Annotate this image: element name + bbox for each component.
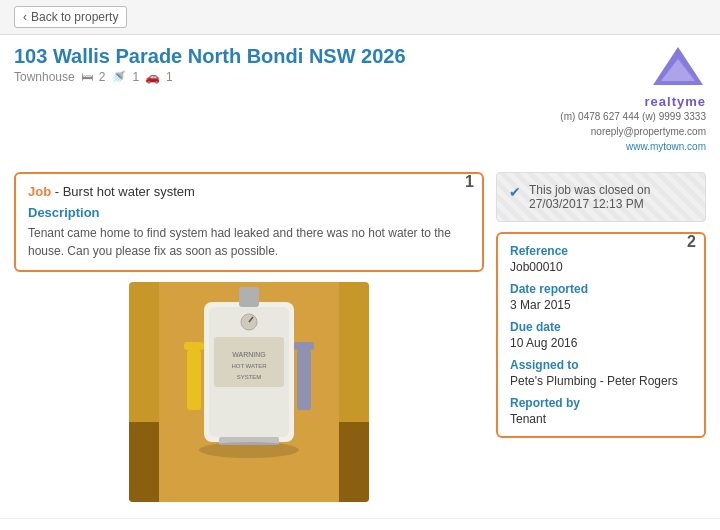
reference-label: Reference [510,244,692,258]
bills-section: Bills Click a row with 📄 to show that do… [0,518,720,530]
property-type: Townhouse [14,70,75,84]
reported-by-field: Reported by Tenant [510,396,692,426]
date-reported-value: 3 Mar 2015 [510,298,692,312]
assigned-to-label: Assigned to [510,358,692,372]
email-address: noreply@propertyme.com [591,126,706,137]
logo-area: realtyme (m) 0478 627 444 (w) 9999 3333 … [560,45,706,154]
due-date-field: Due date 10 Aug 2016 [510,320,692,350]
job-title: Job - Burst hot water system [28,184,470,199]
description-text: Tenant came home to find system had leak… [28,224,470,260]
parking-icon: 🚗 [145,70,160,84]
description-label: Description [28,205,470,220]
svg-text:HOT WATER: HOT WATER [231,363,267,369]
contact-info: (m) 0478 627 444 (w) 9999 3333 noreply@p… [560,109,706,154]
info-box-number: 2 [687,233,696,251]
svg-text:SYSTEM: SYSTEM [237,374,262,380]
due-date-value: 10 Aug 2016 [510,336,692,350]
bed-icon: 🛏 [81,70,93,84]
website-link[interactable]: www.mytown.com [626,141,706,152]
reported-by-label: Reported by [510,396,692,410]
property-subtitle: Townhouse 🛏 2 🚿 1 🚗 1 [14,70,560,84]
right-column: ✔ This job was closed on 27/03/2017 12:1… [496,172,706,512]
chevron-left-icon: ‹ [23,10,27,24]
logo-triangle [651,45,706,90]
date-reported-field: Date reported 3 Mar 2015 [510,282,692,312]
svg-rect-13 [187,350,201,410]
svg-rect-12 [184,342,204,350]
main-content: 1 Job - Burst hot water system Descripti… [0,162,720,512]
date-reported-label: Date reported [510,282,692,296]
svg-rect-16 [239,287,259,307]
assigned-to-value: Pete's Plumbing - Peter Rogers [510,374,692,388]
job-box-number: 1 [465,173,474,191]
back-button[interactable]: ‹ Back to property [14,6,127,28]
job-label: Job [28,184,51,199]
svg-rect-15 [297,350,311,410]
bath-count: 1 [132,70,139,84]
property-info: 103 Wallis Parade North Bondi NSW 2026 T… [14,45,560,94]
assigned-to-field: Assigned to Pete's Plumbing - Peter Roge… [510,358,692,388]
top-bar: ‹ Back to property [0,0,720,35]
svg-rect-14 [294,342,314,350]
company-name: realtyme [560,94,706,109]
job-box: 1 Job - Burst hot water system Descripti… [14,172,484,272]
info-box: 2 Reference Job00010 Date reported 3 Mar… [496,232,706,438]
reference-value: Job00010 [510,260,692,274]
parking-count: 1 [166,70,173,84]
property-title: 103 Wallis Parade North Bondi NSW 2026 [14,45,560,68]
left-column: 1 Job - Burst hot water system Descripti… [14,172,484,512]
reported-by-value: Tenant [510,412,692,426]
bath-icon: 🚿 [111,70,126,84]
svg-text:WARNING: WARNING [232,351,266,358]
reference-field: Reference Job00010 [510,244,692,274]
header-row: 103 Wallis Parade North Bondi NSW 2026 T… [0,35,720,162]
closed-text: This job was closed on 27/03/2017 12:13 … [529,183,693,211]
svg-point-20 [199,442,299,458]
check-icon: ✔ [509,184,521,200]
job-image: WARNING HOT WATER SYSTEM [129,282,369,502]
job-title-value: Burst hot water system [63,184,195,199]
work-number: (w) 9999 3333 [642,111,706,122]
closed-notice-box: ✔ This job was closed on 27/03/2017 12:1… [496,172,706,222]
due-date-label: Due date [510,320,692,334]
bed-count: 2 [99,70,106,84]
mobile-number: (m) 0478 627 444 [560,111,639,122]
job-separator: - [55,184,63,199]
